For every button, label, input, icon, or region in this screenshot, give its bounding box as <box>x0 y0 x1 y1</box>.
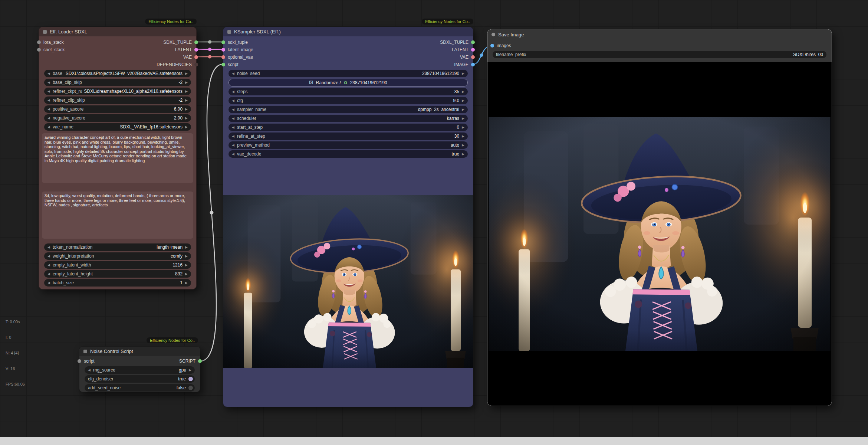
negative-prompt-textarea[interactable]: 3d, low quality, worst quality, mutation… <box>42 192 193 239</box>
widget-refiner-ckpt-name[interactable]: ◀ refiner_ckpt_name SDXL\dreamshaperXL10… <box>44 88 191 95</box>
widget-preview-method[interactable]: ◀ preview_method auto ▶ <box>228 141 468 149</box>
collapse-box-icon[interactable] <box>227 30 231 34</box>
output-slot-image[interactable] <box>471 63 475 66</box>
combo-left-arrow-icon[interactable]: ◀ <box>88 369 91 372</box>
widget-refine-at-step[interactable]: ◀ refine_at_step 30 ▶ <box>228 132 468 140</box>
node-title-bar[interactable]: Eff. Loader SDXL <box>39 27 196 36</box>
combo-left-arrow-icon[interactable]: ◀ <box>47 246 50 249</box>
toggle-knob-icon[interactable] <box>188 386 193 390</box>
positive-prompt-textarea[interactable]: award winning character concept art of, … <box>42 133 193 183</box>
node-ksampler-sdxl[interactable]: KSampler SDXL (Eff.) sdxl_tuple SDXL_TUP… <box>223 27 473 407</box>
widget-empty-latent-width[interactable]: ◀ empty_latent_width 1216 ▶ <box>44 261 191 269</box>
combo-right-arrow-icon[interactable]: ▶ <box>462 144 464 147</box>
output-slot-vae[interactable] <box>194 55 198 59</box>
widget-filename-prefix[interactable]: filename_prefix SDXL\hires_00 <box>493 51 826 58</box>
output-slot-script[interactable] <box>198 359 202 363</box>
widget-vae-decode[interactable]: ◀ vae_decode true ▶ <box>228 150 468 158</box>
widget-base-ckpt-name[interactable]: ◀ base_ckpt_name SDXL\colossusProjectXLS… <box>44 70 191 77</box>
combo-left-arrow-icon[interactable]: ◀ <box>232 126 234 129</box>
input-slot-cnet-stack[interactable] <box>37 48 41 52</box>
output-slot-latent[interactable] <box>471 48 475 52</box>
combo-left-arrow-icon[interactable]: ◀ <box>47 108 50 111</box>
combo-right-arrow-icon[interactable]: ▶ <box>185 272 188 276</box>
combo-left-arrow-icon[interactable]: ◀ <box>232 72 234 75</box>
node-title-bar[interactable]: Noise Control Script <box>79 347 200 356</box>
node-title-bar[interactable]: KSampler SDXL (Eff.) <box>223 27 473 36</box>
combo-right-arrow-icon[interactable]: ▶ <box>185 81 188 84</box>
combo-right-arrow-icon[interactable]: ▶ <box>462 153 464 156</box>
combo-right-arrow-icon[interactable]: ▶ <box>462 126 464 129</box>
combo-left-arrow-icon[interactable]: ◀ <box>47 90 50 93</box>
output-slot-vae[interactable] <box>471 55 475 59</box>
widget-add-seed-noise[interactable]: add_seed_noise false <box>85 384 195 392</box>
input-slot-images[interactable] <box>490 44 494 48</box>
widget-vae-name[interactable]: ◀ vae_name SDXL_VAEfix_fp16.safetensors … <box>44 123 191 131</box>
input-slot-script[interactable] <box>78 359 81 363</box>
output-slot-latent[interactable] <box>194 48 198 52</box>
combo-right-arrow-icon[interactable]: ▶ <box>185 99 188 102</box>
widget-sampler-name[interactable]: ◀ sampler_name dpmpp_2s_ancestral ▶ <box>228 106 468 113</box>
combo-right-arrow-icon[interactable]: ▶ <box>462 135 464 138</box>
combo-right-arrow-icon[interactable]: ▶ <box>185 281 188 285</box>
combo-left-arrow-icon[interactable]: ◀ <box>232 153 234 156</box>
widget-cfg[interactable]: ◀ cfg 9.0 ▶ <box>228 97 468 104</box>
node-title-bar[interactable]: Save Image <box>487 29 832 40</box>
combo-left-arrow-icon[interactable]: ◀ <box>232 90 234 94</box>
widget-start-at-step[interactable]: ◀ start_at_step 0 ▶ <box>228 124 468 131</box>
node-save-image[interactable]: Save Image images filename_prefix SDXL\h… <box>487 29 832 406</box>
widget-negative-ascore[interactable]: ◀ negative_ascore 2.00 ▶ <box>44 114 191 122</box>
combo-right-arrow-icon[interactable]: ▶ <box>185 255 188 258</box>
combo-right-arrow-icon[interactable]: ▶ <box>462 108 464 111</box>
input-slot-lora-stack[interactable] <box>37 40 41 44</box>
combo-left-arrow-icon[interactable]: ◀ <box>47 264 50 267</box>
combo-left-arrow-icon[interactable]: ◀ <box>232 144 234 147</box>
combo-left-arrow-icon[interactable]: ◀ <box>232 117 234 120</box>
toggle-knob-icon[interactable] <box>188 377 193 381</box>
combo-left-arrow-icon[interactable]: ◀ <box>232 108 234 111</box>
widget-cfg-denoiser[interactable]: cfg_denoiser true <box>85 375 195 383</box>
widget-token-normalization[interactable]: ◀ token_normalization length+mean ▶ <box>44 243 191 251</box>
widget-weight-interpretation[interactable]: ◀ weight_interpretation comfy ▶ <box>44 252 191 260</box>
combo-left-arrow-icon[interactable]: ◀ <box>47 281 50 285</box>
combo-left-arrow-icon[interactable]: ◀ <box>47 125 50 129</box>
combo-right-arrow-icon[interactable]: ▶ <box>185 246 188 249</box>
combo-right-arrow-icon[interactable]: ▶ <box>185 90 188 93</box>
combo-right-arrow-icon[interactable]: ▶ <box>462 99 464 102</box>
input-slot-optional-vae[interactable] <box>221 55 225 59</box>
input-slot-script[interactable] <box>221 63 225 66</box>
widget-empty-latent-height[interactable]: ◀ empty_latent_height 832 ▶ <box>44 270 191 278</box>
combo-right-arrow-icon[interactable]: ▶ <box>185 125 188 129</box>
combo-right-arrow-icon[interactable]: ▶ <box>185 72 188 75</box>
combo-right-arrow-icon[interactable]: ▶ <box>462 72 464 75</box>
widget-scheduler[interactable]: ◀ scheduler karras ▶ <box>228 115 468 122</box>
output-slot-dependencies[interactable] <box>194 63 198 66</box>
node-noise-control-script[interactable]: Noise Control Script script SCRIPT ◀ rng… <box>79 346 200 392</box>
combo-left-arrow-icon[interactable]: ◀ <box>232 99 234 102</box>
widget-refiner-clip-skip[interactable]: ◀ refiner_clip_skip -2 ▶ <box>44 96 191 104</box>
combo-left-arrow-icon[interactable]: ◀ <box>47 99 50 102</box>
combo-right-arrow-icon[interactable]: ▶ <box>462 117 464 120</box>
output-slot-sdxl-tuple[interactable] <box>471 40 475 44</box>
input-slot-sdxl-tuple[interactable] <box>221 40 225 44</box>
widget-batch-size[interactable]: ◀ batch_size 1 ▶ <box>44 279 191 287</box>
collapse-dot-icon[interactable] <box>491 33 495 36</box>
widget-rng-source[interactable]: ◀ rng_source gpu ▶ <box>85 366 195 374</box>
collapse-box-icon[interactable] <box>43 30 47 34</box>
widget-positive-ascore[interactable]: ◀ positive_ascore 6.00 ▶ <box>44 105 191 113</box>
widget-base-clip-skip[interactable]: ◀ base_clip_skip -2 ▶ <box>44 79 191 86</box>
combo-left-arrow-icon[interactable]: ◀ <box>232 135 234 138</box>
input-slot-latent-image[interactable] <box>221 48 225 52</box>
combo-right-arrow-icon[interactable]: ▶ <box>185 108 188 111</box>
node-graph-canvas[interactable]: T: 0.00s I: 0 N: 4 [4] V: 16 FPS:60.06 E… <box>0 0 868 445</box>
output-slot-sdxl-tuple[interactable] <box>194 40 198 44</box>
widget-steps[interactable]: ◀ steps 35 ▶ <box>228 88 468 95</box>
combo-left-arrow-icon[interactable]: ◀ <box>47 117 50 120</box>
combo-right-arrow-icon[interactable]: ▶ <box>189 369 191 372</box>
combo-right-arrow-icon[interactable]: ▶ <box>462 90 464 94</box>
combo-right-arrow-icon[interactable]: ▶ <box>185 117 188 120</box>
combo-left-arrow-icon[interactable]: ◀ <box>47 272 50 276</box>
combo-left-arrow-icon[interactable]: ◀ <box>47 72 50 75</box>
combo-right-arrow-icon[interactable]: ▶ <box>185 264 188 267</box>
widget-noise-seed[interactable]: ◀ noise_seed 238710419612190 ▶ <box>228 70 468 77</box>
collapse-box-icon[interactable] <box>83 350 87 353</box>
